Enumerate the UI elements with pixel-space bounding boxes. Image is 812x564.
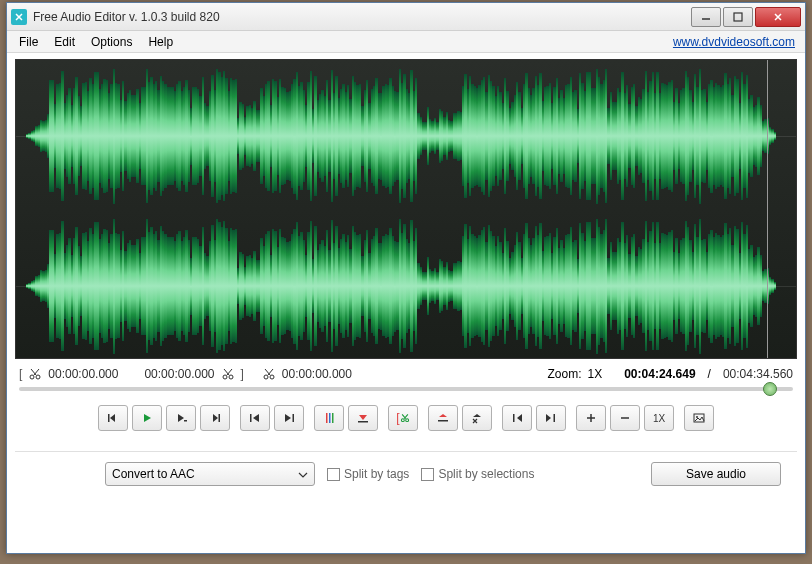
zoom-value: 1X	[588, 367, 603, 381]
scissors-icon	[262, 367, 276, 381]
waveform-left-channel	[16, 66, 796, 206]
bottom-row: Convert to AAC Split by tags Split by se…	[15, 451, 797, 492]
prev-marker-button[interactable]	[240, 405, 270, 431]
cut-selection-button[interactable]: [	[388, 405, 418, 431]
svg-rect-8	[184, 420, 187, 422]
next-marker-button[interactable]	[274, 405, 304, 431]
add-marker-button[interactable]	[314, 405, 344, 431]
svg-point-17	[405, 419, 408, 422]
play-button[interactable]	[132, 405, 162, 431]
svg-rect-18	[438, 420, 448, 422]
svg-point-4	[229, 375, 233, 379]
zoom-reset-button[interactable]: 1X	[644, 405, 674, 431]
zoom-label: Zoom:	[547, 367, 581, 381]
svg-point-16	[401, 419, 404, 422]
menu-file[interactable]: File	[11, 33, 46, 51]
selection-end-button[interactable]	[536, 405, 566, 431]
svg-point-3	[223, 375, 227, 379]
svg-point-5	[264, 375, 268, 379]
svg-rect-15	[358, 421, 368, 423]
selection-start-time: 00:00:00.000	[48, 367, 118, 381]
position-slider[interactable]	[15, 385, 797, 399]
save-audio-button[interactable]: Save audio	[651, 462, 781, 486]
svg-rect-10	[250, 414, 252, 422]
close-button[interactable]	[755, 7, 801, 27]
svg-rect-13	[329, 413, 331, 423]
waveform-right-channel	[16, 216, 796, 356]
menu-edit[interactable]: Edit	[46, 33, 83, 51]
svg-rect-14	[332, 413, 334, 423]
zoom-out-button[interactable]	[610, 405, 640, 431]
svg-rect-9	[219, 414, 221, 422]
time-row: [ 00:00:00.000 00:00:00.000 ] 00:00:00.0…	[15, 359, 797, 385]
menubar: File Edit Options Help www.dvdvideosoft.…	[7, 31, 805, 53]
minimize-button[interactable]	[691, 7, 721, 27]
cut-position-time: 00:00:00.000	[282, 367, 352, 381]
selection-end-time: 00:00:00.000	[144, 367, 214, 381]
current-time: 00:04:24.649	[624, 367, 695, 381]
total-time: 00:04:34.560	[723, 367, 793, 381]
slider-thumb[interactable]	[763, 382, 777, 396]
play-selection-button[interactable]	[166, 405, 196, 431]
split-by-tags-checkbox[interactable]: Split by tags	[327, 467, 409, 481]
zoom-in-button[interactable]	[576, 405, 606, 431]
svg-rect-12	[326, 413, 328, 423]
split-by-selections-checkbox[interactable]: Split by selections	[421, 467, 534, 481]
checkbox-icon	[421, 468, 434, 481]
skip-forward-button[interactable]	[200, 405, 230, 431]
undo-button[interactable]	[428, 405, 458, 431]
bracket-close-icon: ]	[241, 367, 244, 381]
toolbar: [ 1X	[15, 399, 797, 445]
svg-rect-19	[513, 414, 515, 422]
split-sel-label: Split by selections	[438, 467, 534, 481]
bracket-open-icon: [	[19, 367, 22, 381]
add-bookmark-button[interactable]	[348, 405, 378, 431]
convert-format-combo[interactable]: Convert to AAC	[105, 462, 315, 486]
menu-help[interactable]: Help	[140, 33, 181, 51]
scissors-icon	[28, 367, 42, 381]
window-title: Free Audio Editor v. 1.0.3 build 820	[33, 10, 689, 24]
svg-rect-0	[734, 13, 742, 21]
menu-options[interactable]: Options	[83, 33, 140, 51]
save-audio-label: Save audio	[686, 467, 746, 481]
checkbox-icon	[327, 468, 340, 481]
time-separator: /	[708, 367, 711, 381]
delete-button[interactable]	[462, 405, 492, 431]
selection-start-button[interactable]	[502, 405, 532, 431]
svg-rect-11	[293, 414, 295, 422]
website-link[interactable]: www.dvdvideosoft.com	[673, 35, 795, 49]
svg-rect-7	[108, 414, 110, 422]
screenshot-button[interactable]	[684, 405, 714, 431]
svg-rect-20	[554, 414, 556, 422]
maximize-button[interactable]	[723, 7, 753, 27]
waveform-display[interactable]	[15, 59, 797, 359]
svg-point-1	[30, 375, 34, 379]
skip-back-button[interactable]	[98, 405, 128, 431]
app-icon	[11, 9, 27, 25]
svg-point-2	[36, 375, 40, 379]
split-tags-label: Split by tags	[344, 467, 409, 481]
playhead-marker[interactable]	[767, 60, 768, 358]
app-window: Free Audio Editor v. 1.0.3 build 820 Fil…	[6, 2, 806, 554]
chevron-down-icon	[298, 467, 308, 481]
convert-format-label: Convert to AAC	[112, 467, 195, 481]
titlebar[interactable]: Free Audio Editor v. 1.0.3 build 820	[7, 3, 805, 31]
scissors-icon	[221, 367, 235, 381]
svg-point-6	[270, 375, 274, 379]
